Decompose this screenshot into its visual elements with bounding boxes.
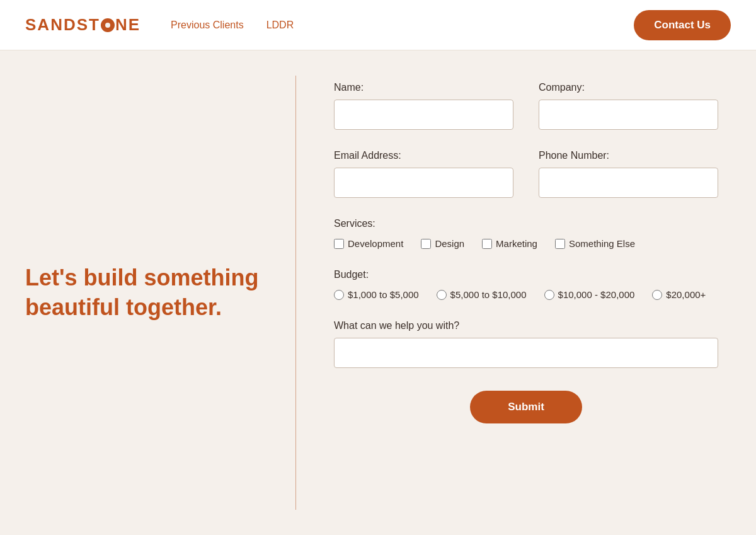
budget-10k-20k[interactable]: $10,000 - $20,000	[544, 289, 635, 300]
service-development-label: Development	[348, 238, 403, 249]
logo-text: SANDSTNE	[25, 15, 140, 35]
budget-radios: $1,000 to $5,000 $5,000 to $10,000 $10,0…	[334, 289, 718, 300]
logo-o-icon	[101, 18, 115, 32]
tagline: Let's build something beautiful together…	[25, 263, 271, 323]
phone-input[interactable]	[539, 168, 718, 198]
name-label: Name:	[334, 82, 513, 93]
company-group: Company:	[539, 82, 718, 130]
services-checkboxes: Development Design Marketing Something E…	[334, 238, 718, 249]
service-marketing-label: Marketing	[496, 238, 537, 249]
email-group: Email Address:	[334, 150, 513, 198]
contact-us-button[interactable]: Contact Us	[634, 10, 731, 40]
service-something-else-label: Something Else	[569, 238, 635, 249]
service-marketing[interactable]: Marketing	[482, 238, 537, 249]
nav-link-lddr[interactable]: LDDR	[266, 20, 294, 31]
service-marketing-checkbox[interactable]	[482, 239, 492, 249]
service-something-else-checkbox[interactable]	[555, 239, 565, 249]
help-input[interactable]	[334, 338, 718, 368]
budget-1k-5k[interactable]: $1,000 to $5,000	[334, 289, 419, 300]
email-input[interactable]	[334, 168, 513, 198]
company-input[interactable]	[539, 100, 718, 130]
service-design-checkbox[interactable]	[421, 239, 431, 249]
service-development-checkbox[interactable]	[334, 239, 344, 249]
budget-10k-20k-label: $10,000 - $20,000	[558, 289, 635, 300]
budget-1k-5k-radio[interactable]	[334, 290, 344, 300]
help-group: What can we help you with?	[334, 320, 718, 368]
company-label: Company:	[539, 82, 718, 93]
help-label: What can we help you with?	[334, 320, 718, 331]
budget-20k-plus-radio[interactable]	[652, 290, 662, 300]
main-content: Let's build something beautiful together…	[0, 50, 756, 535]
budget-20k-plus[interactable]: $20,000+	[652, 289, 706, 300]
budget-5k-10k-radio[interactable]	[437, 290, 447, 300]
navbar: SANDSTNE Previous Clients LDDR Contact U…	[0, 0, 756, 50]
budget-10k-20k-radio[interactable]	[544, 290, 554, 300]
budget-5k-10k-label: $5,000 to $10,000	[450, 289, 527, 300]
name-group: Name:	[334, 82, 513, 130]
budget-label: Budget:	[334, 269, 718, 280]
budget-5k-10k[interactable]: $5,000 to $10,000	[437, 289, 527, 300]
logo[interactable]: SANDSTNE	[25, 15, 140, 35]
contact-form-panel: Name: Company: Email Address: Phone Numb…	[296, 50, 756, 535]
budget-1k-5k-label: $1,000 to $5,000	[348, 289, 419, 300]
left-panel: Let's build something beautiful together…	[0, 50, 296, 535]
email-phone-row: Email Address: Phone Number:	[334, 150, 718, 198]
contact-form: Name: Company: Email Address: Phone Numb…	[334, 82, 718, 423]
nav-link-previous-clients[interactable]: Previous Clients	[171, 20, 244, 31]
budget-20k-plus-label: $20,000+	[666, 289, 706, 300]
service-design[interactable]: Design	[421, 238, 464, 249]
service-development[interactable]: Development	[334, 238, 403, 249]
submit-button[interactable]: Submit	[470, 391, 582, 423]
service-something-else[interactable]: Something Else	[555, 238, 635, 249]
service-design-label: Design	[435, 238, 464, 249]
name-input[interactable]	[334, 100, 513, 130]
phone-group: Phone Number:	[539, 150, 718, 198]
phone-label: Phone Number:	[539, 150, 718, 161]
budget-section: Budget: $1,000 to $5,000 $5,000 to $10,0…	[334, 269, 718, 300]
services-label: Services:	[334, 218, 718, 229]
name-company-row: Name: Company:	[334, 82, 718, 130]
email-label: Email Address:	[334, 150, 513, 161]
services-section: Services: Development Design Marketing	[334, 218, 718, 249]
nav-links: Previous Clients LDDR	[171, 20, 634, 31]
